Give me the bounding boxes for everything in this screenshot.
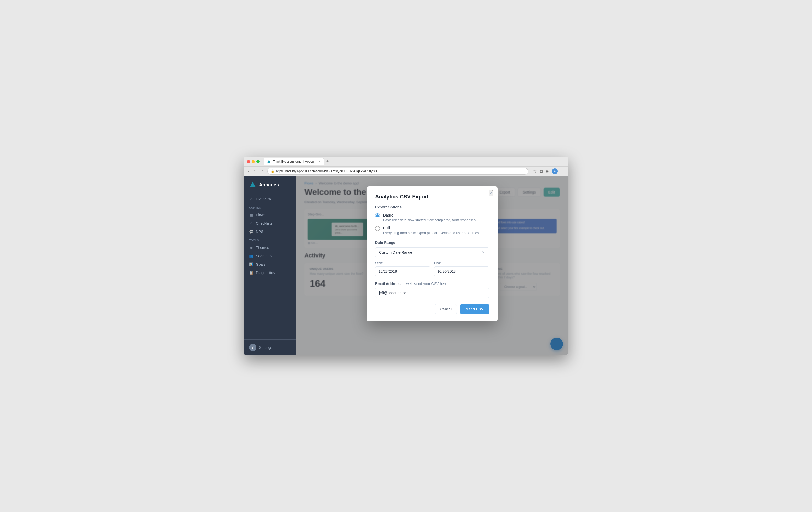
analytics-csv-export-modal: × Analytics CSV Export Export Options Ba… xyxy=(367,186,498,321)
radio-basic-label: Basic xyxy=(383,213,476,217)
svg-marker-0 xyxy=(250,182,256,187)
nps-icon: 💬 xyxy=(249,230,253,234)
radio-full-content: Full Everything from basic export plus a… xyxy=(383,226,480,235)
profile-icon[interactable]: A xyxy=(552,169,558,174)
segments-icon: 👥 xyxy=(249,254,253,258)
address-bar: ‹ › ↺ 🔒 https://beta.my.appcues.com/jour… xyxy=(244,167,568,176)
sidebar-label-nps: NPS xyxy=(256,230,263,234)
end-date-group: End: xyxy=(434,261,489,276)
minimize-traffic-light[interactable] xyxy=(252,160,255,163)
modal-backdrop[interactable]: × Analytics CSV Export Export Options Ba… xyxy=(296,176,568,355)
sidebar-label-segments: Segments xyxy=(256,254,272,258)
content-section-label: CONTENT xyxy=(244,203,296,211)
radio-basic-desc: Basic user data, flow started, flow comp… xyxy=(383,218,476,222)
settings-label: Settings xyxy=(259,345,272,350)
refresh-button[interactable]: ↺ xyxy=(259,168,265,175)
main-content: Flows › Welcome to the demo app! Welcome… xyxy=(296,176,568,355)
sidebar-label-goals: Goals xyxy=(256,262,265,267)
forward-button[interactable]: › xyxy=(253,168,256,175)
flows-icon: ▦ xyxy=(249,213,253,217)
browser-window: Think like a customer | Appcu... × + ‹ ›… xyxy=(244,157,568,355)
sidebar-label-themes: Themes xyxy=(256,245,269,250)
close-traffic-light[interactable] xyxy=(247,160,250,163)
new-tab-button[interactable]: + xyxy=(325,159,330,164)
sidebar-nav: ⌂ Overview CONTENT ▦ Flows ✓ Checklists … xyxy=(244,193,296,339)
email-input[interactable] xyxy=(375,288,489,298)
themes-icon: ◉ xyxy=(249,245,253,250)
sidebar-label-overview: Overview xyxy=(256,197,271,201)
sidebar-item-nps[interactable]: 💬 NPS xyxy=(244,228,296,236)
sidebar-settings[interactable]: S Settings xyxy=(244,339,296,355)
browser-actions: ☆ ⧉ ◈ A ⋮ xyxy=(533,169,565,174)
send-csv-button[interactable]: Send CSV xyxy=(460,304,489,314)
radio-option-basic: Basic Basic user data, flow started, flo… xyxy=(375,213,489,222)
start-date-group: Start: xyxy=(375,261,430,276)
app-layout: Appcues ⌂ Overview CONTENT ▦ Flows ✓ Che… xyxy=(244,176,568,355)
modal-title: Analytics CSV Export xyxy=(375,194,489,200)
radio-group: Basic Basic user data, flow started, flo… xyxy=(375,213,489,235)
lock-icon: 🔒 xyxy=(271,170,274,173)
start-date-input[interactable] xyxy=(375,267,430,276)
tab-bar: Think like a customer | Appcu... × + xyxy=(264,158,565,165)
back-button[interactable]: ‹ xyxy=(247,168,250,175)
tab-title: Think like a customer | Appcu... xyxy=(273,160,317,163)
end-label: End: xyxy=(434,261,489,265)
url-text: https://beta.my.appcues.com/journeys/-Kr… xyxy=(276,170,377,173)
export-options-heading: Export Options xyxy=(375,205,489,209)
sidebar-item-checklists[interactable]: ✓ Checklists xyxy=(244,219,296,228)
tab-close-icon[interactable]: × xyxy=(319,159,321,164)
sidebar-label-flows: Flows xyxy=(256,213,265,217)
date-range-label: Date Range xyxy=(375,241,489,245)
overview-icon: ⌂ xyxy=(249,197,253,201)
bookmark-icon[interactable]: ☆ xyxy=(533,169,536,174)
goals-icon: 📊 xyxy=(249,262,253,267)
email-label: Email Address — we'll send your CSV here xyxy=(375,282,489,286)
sidebar-item-goals[interactable]: 📊 Goals xyxy=(244,260,296,269)
sidebar: Appcues ⌂ Overview CONTENT ▦ Flows ✓ Che… xyxy=(244,176,296,355)
radio-full-label: Full xyxy=(383,226,480,230)
logo-text: Appcues xyxy=(259,182,279,188)
tools-section-label: TOOLS xyxy=(244,236,296,243)
radio-basic-content: Basic Basic user data, flow started, flo… xyxy=(383,213,476,222)
email-section: Email Address — we'll send your CSV here xyxy=(375,282,489,298)
sidebar-item-overview[interactable]: ⌂ Overview xyxy=(244,195,296,203)
checklists-icon: ✓ xyxy=(249,221,253,225)
start-label: Start: xyxy=(375,261,430,265)
date-range-select[interactable]: Custom Date Range xyxy=(375,247,489,257)
radio-option-full: Full Everything from basic export plus a… xyxy=(375,226,489,235)
appcues-logo-icon xyxy=(249,181,256,188)
sidebar-item-diagnostics[interactable]: 📋 Diagnostics xyxy=(244,269,296,277)
sidebar-label-checklists: Checklists xyxy=(256,221,272,225)
sidebar-item-flows[interactable]: ▦ Flows xyxy=(244,211,296,219)
diagnostics-icon: 📋 xyxy=(249,271,253,275)
browser-titlebar: Think like a customer | Appcu... × + xyxy=(244,157,568,167)
radio-full-desc: Everything from basic export plus all ev… xyxy=(383,231,480,235)
sidebar-item-segments[interactable]: 👥 Segments xyxy=(244,252,296,260)
email-label-primary: Email Address xyxy=(375,282,401,286)
settings-avatar: S xyxy=(249,344,256,351)
end-date-input[interactable] xyxy=(434,267,489,276)
menu-icon[interactable]: ⋮ xyxy=(561,169,565,174)
radio-basic-input[interactable] xyxy=(375,213,380,218)
active-tab[interactable]: Think like a customer | Appcu... × xyxy=(264,158,324,165)
modal-actions: Cancel Send CSV xyxy=(375,304,489,314)
date-range-section: Date Range Custom Date Range Start: End: xyxy=(375,241,489,276)
sidebar-logo: Appcues xyxy=(244,176,296,193)
cancel-button[interactable]: Cancel xyxy=(435,304,457,314)
extension-icon[interactable]: ◈ xyxy=(546,169,549,174)
date-inputs-row: Start: End: xyxy=(375,261,489,276)
url-bar[interactable]: 🔒 https://beta.my.appcues.com/journeys/-… xyxy=(267,168,528,175)
sidebar-label-diagnostics: Diagnostics xyxy=(256,271,275,275)
email-label-secondary: — we'll send your CSV here xyxy=(402,282,447,286)
radio-full-input[interactable] xyxy=(375,226,380,231)
sidebar-item-themes[interactable]: ◉ Themes xyxy=(244,243,296,252)
traffic-lights xyxy=(247,160,260,163)
tab-favicon-icon xyxy=(267,160,271,163)
maximize-traffic-light[interactable] xyxy=(256,160,260,163)
modal-close-button[interactable]: × xyxy=(489,190,493,197)
layers-icon[interactable]: ⧉ xyxy=(540,169,543,174)
